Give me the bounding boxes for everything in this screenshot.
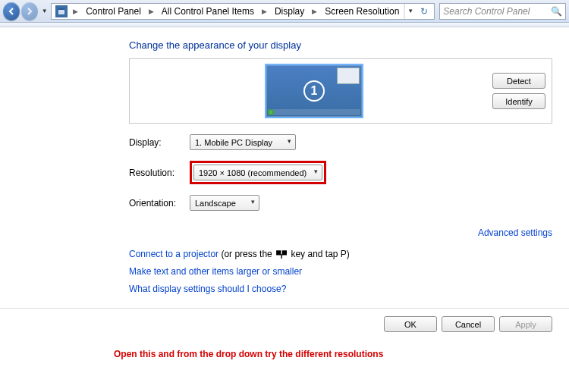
start-orb-icon — [268, 109, 274, 115]
display-preview-panel: 1 Detect Identify — [129, 58, 552, 124]
identify-button[interactable]: Identify — [492, 93, 545, 109]
connect-projector-link[interactable]: Connect to a projector — [129, 249, 218, 259]
search-placeholder: Search Control Panel — [443, 6, 530, 17]
chevron-right-icon[interactable]: ▶ — [70, 4, 81, 19]
ok-button[interactable]: OK — [384, 316, 437, 332]
chevron-right-icon[interactable]: ▶ — [146, 4, 157, 19]
footer-buttons: OK Cancel Apply — [0, 309, 569, 332]
monitor-preview[interactable]: 1 — [265, 64, 363, 118]
history-dropdown-icon[interactable]: ▼ — [39, 4, 49, 19]
breadcrumb-item[interactable]: Control Panel — [81, 4, 146, 19]
display-label: Display: — [129, 137, 184, 148]
cancel-button[interactable]: Cancel — [442, 316, 495, 332]
orientation-select[interactable]: Landscape — [190, 195, 259, 211]
breadcrumb-item[interactable]: Display — [270, 4, 309, 19]
control-panel-icon — [55, 5, 68, 17]
refresh-button[interactable]: ↻ — [416, 4, 432, 19]
search-icon: 🔍 — [551, 6, 562, 17]
annotation-text: Open this and from the drop down try the… — [114, 349, 569, 359]
monitor-number: 1 — [303, 80, 325, 102]
path-dropdown-icon[interactable]: ▼ — [405, 4, 416, 19]
display-select[interactable]: 1. Mobile PC Display — [190, 134, 296, 150]
resolution-select[interactable]: 1920 × 1080 (recommended) — [193, 165, 322, 180]
display-help-link[interactable]: What display settings should I choose? — [129, 284, 286, 294]
navigation-bar: ▼ ▶ Control Panel ▶ All Control Panel It… — [0, 0, 569, 23]
text-size-link[interactable]: Make text and other items larger or smal… — [129, 266, 302, 277]
breadcrumb: ▶ Control Panel ▶ All Control Panel Item… — [51, 3, 435, 20]
windows-key-icon — [276, 250, 287, 259]
resolution-label: Resolution: — [129, 168, 184, 178]
apply-button: Apply — [499, 316, 552, 332]
detect-button[interactable]: Detect — [492, 73, 545, 89]
orientation-label: Orientation: — [129, 198, 184, 209]
window-thumbnail-icon — [337, 67, 360, 84]
breadcrumb-item[interactable]: All Control Panel Items — [157, 4, 259, 19]
page-title: Change the appearance of your display — [129, 39, 552, 51]
help-links: Connect to a projector (or press the key… — [129, 246, 552, 297]
breadcrumb-item[interactable]: Screen Resolution — [320, 4, 404, 19]
back-button[interactable] — [3, 2, 20, 20]
highlight-box: 1920 × 1080 (recommended) — [190, 161, 326, 184]
search-input[interactable]: Search Control Panel 🔍 — [439, 3, 566, 20]
svg-rect-1 — [58, 8, 64, 10]
chevron-right-icon[interactable]: ▶ — [309, 4, 320, 19]
forward-button[interactable] — [21, 2, 38, 20]
chevron-right-icon[interactable]: ▶ — [259, 4, 270, 19]
advanced-settings-link[interactable]: Advanced settings — [478, 227, 552, 238]
